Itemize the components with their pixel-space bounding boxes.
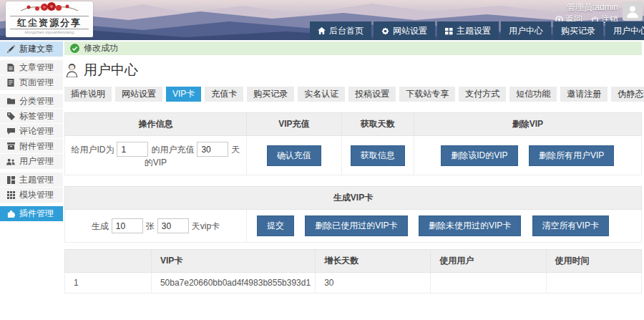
nav-label: 用户中心 [509, 25, 543, 37]
generate-text: 天vip卡 [192, 221, 220, 231]
sidebar-label: 新建文章 [19, 42, 54, 57]
folder-icon [6, 97, 15, 105]
vip-cards-list-table: VIP卡 增长天数 使用用户 使用时间 1 50ba7e20660bb0ad4f… [64, 249, 642, 294]
card-user-cell [431, 273, 546, 294]
sidebar-label: 用户管理 [19, 154, 54, 169]
user-id-input[interactable] [117, 142, 148, 157]
avatar[interactable] [623, 1, 643, 21]
tab-real-name[interactable]: 实名认证 [298, 87, 345, 102]
nav-label: 网站设置 [393, 25, 427, 37]
archive-icon [6, 142, 15, 150]
tab-submission-settings[interactable]: 投稿设置 [348, 87, 396, 102]
th-large-icon [445, 27, 453, 35]
sidebar-item-pages[interactable]: 页面管理 [0, 75, 63, 90]
table-row: 生成张天vip卡 提交 删除已使用过的VIP卡 删除未使用过的VIP卡 清空所有… [65, 210, 642, 243]
clear-all-cards-button[interactable]: 清空所有VIP卡 [532, 215, 609, 236]
sidebar-label: 插件管理 [19, 206, 54, 221]
article-icon [6, 64, 15, 72]
table-row: 1 50ba7e20660bb0ad4f4983b855b393d1 30 [65, 273, 642, 294]
sidebar-item-articles[interactable]: 文章管理 [0, 60, 63, 75]
nav-item-purchase-records[interactable]: 购买记录 [553, 21, 603, 40]
table-row: 给用户ID为的用户充值天的VIP 确认充值 获取信息 删除该ID的VIP 删除所… [65, 136, 642, 175]
nav-label: 后台首页 [329, 25, 364, 37]
delete-all-vip-button[interactable]: 删除所有用户VIP [529, 145, 614, 166]
card-code-cell: 50ba7e20660bb0ad4f4983b855b393d1 [151, 273, 315, 294]
logo-subtitle: Hongchen ziyuanfenxiang [6, 29, 93, 36]
column-header: 操作信息 [65, 113, 247, 136]
nav-label: 用户中心皮肤 [613, 25, 644, 37]
column-header: VIP充值 [246, 113, 341, 136]
main-content: 修改成功 用户中心 插件说明 网站设置 VIP卡 充值卡 购买记录 实名认证 投… [64, 40, 642, 294]
generate-text: 生成 [92, 221, 109, 231]
sidebar-label: 附件管理 [19, 139, 54, 154]
sidebar-item-attachments[interactable]: 附件管理 [0, 139, 63, 154]
rose-flowers-icon [17, 2, 82, 14]
puzzle-icon [6, 210, 15, 218]
sidebar-label: 标签管理 [19, 109, 54, 124]
generate-form-cell: 生成张天vip卡 [65, 210, 247, 243]
recharge-days-input[interactable] [197, 142, 228, 157]
logo-title: 红尘资源分享 [10, 16, 89, 29]
delete-unused-cards-button[interactable]: 删除未使用过的VIP卡 [419, 215, 521, 236]
column-header: 获取天数 [341, 113, 414, 136]
page-title: 用户中心 [66, 61, 642, 79]
card-count-input[interactable] [112, 218, 143, 233]
submit-button[interactable]: 提交 [257, 215, 294, 236]
tab-download-exclusive[interactable]: 下载站专享 [399, 87, 455, 102]
check-circle-icon [70, 44, 79, 53]
nav-item-dashboard[interactable]: 后台首页 [310, 21, 371, 40]
alert-text: 修改成功 [84, 42, 118, 55]
generate-text: 张 [146, 221, 155, 231]
nav-item-user-center[interactable]: 用户中心 [501, 21, 551, 40]
nav-label: 主题设置 [457, 25, 491, 37]
plugin-tabs: 插件说明 网站设置 VIP卡 充值卡 购买记录 实名认证 投稿设置 下载站专享 … [64, 87, 642, 102]
th-large-icon [6, 176, 15, 184]
sidebar-item-tags[interactable]: 标签管理 [0, 109, 63, 124]
recharge-text: 给用户ID为 [71, 145, 114, 155]
card-days-input[interactable] [157, 218, 189, 233]
sidebar-label: 模块管理 [19, 188, 54, 203]
column-header: 使用时间 [546, 250, 642, 273]
tab-purchase-records[interactable]: 购买记录 [247, 87, 294, 102]
column-header: 增长天数 [316, 250, 431, 273]
nav-label: 购买记录 [561, 25, 595, 37]
column-header [65, 250, 152, 273]
page-title-text: 用户中心 [84, 61, 138, 79]
sidebar-label: 文章管理 [19, 60, 54, 75]
tab-plugin-info[interactable]: 插件说明 [64, 87, 112, 102]
user-center-icon [66, 64, 78, 77]
generate-vip-table: 生成VIP卡 生成张天vip卡 提交 删除已使用过的VIP卡 删除未使用过的VI… [64, 186, 642, 243]
edit-icon [6, 45, 15, 53]
sidebar-item-themes[interactable]: 主题管理 [0, 173, 63, 188]
tab-invite-register[interactable]: 邀请注册 [560, 87, 608, 102]
sidebar-item-categories[interactable]: 分类管理 [0, 94, 63, 109]
sidebar-item-users[interactable]: 用户管理 [0, 154, 63, 169]
card-index-cell: 1 [65, 273, 152, 294]
tab-rewrite-settings[interactable]: 伪静态设置 [611, 87, 644, 102]
tab-site-settings[interactable]: 网站设置 [115, 87, 162, 102]
column-header: VIP卡 [151, 250, 315, 273]
nav-item-theme-settings[interactable]: 主题设置 [437, 21, 499, 40]
recharge-text: 的用户充值 [151, 145, 194, 155]
home-icon [318, 27, 326, 35]
sidebar-item-plugins[interactable]: 插件管理 [0, 206, 63, 221]
tab-sms[interactable]: 短信功能 [509, 87, 557, 102]
nav-item-site-settings[interactable]: 网站设置 [374, 21, 435, 40]
sidebar-item-new-post[interactable]: 新建文章 [0, 42, 63, 57]
confirm-recharge-button[interactable]: 确认充值 [267, 145, 321, 166]
delete-id-vip-button[interactable]: 删除该ID的VIP [441, 145, 517, 166]
sidebar-item-comments[interactable]: 评论管理 [0, 124, 63, 139]
recharge-form-cell: 给用户ID为的用户充值天的VIP [65, 136, 247, 175]
get-info-button[interactable]: 获取信息 [351, 145, 405, 166]
delete-used-cards-button[interactable]: 删除已使用过的VIP卡 [305, 215, 407, 236]
top-nav: 后台首页 网站设置 主题设置 用户中心 购买记录 用户中心皮肤 Z 官方 [310, 21, 644, 40]
nav-item-user-center-skin[interactable]: 用户中心皮肤 [605, 21, 644, 40]
sidebar-item-modules[interactable]: 模块管理 [0, 188, 63, 203]
card-time-cell [546, 273, 642, 294]
tab-recharge-card[interactable]: 充值卡 [205, 87, 243, 102]
vip-recharge-table: 操作信息 VIP充值 获取天数 删除VIP 给用户ID为的用户充值天的VIP 确… [64, 112, 642, 175]
tab-payment-methods[interactable]: 支付方式 [459, 87, 506, 102]
tab-vip-card[interactable]: VIP卡 [166, 87, 201, 102]
sidebar: 新建文章 文章管理 页面管理 分类管理 [0, 42, 63, 225]
generate-section-header: 生成VIP卡 [65, 187, 642, 210]
